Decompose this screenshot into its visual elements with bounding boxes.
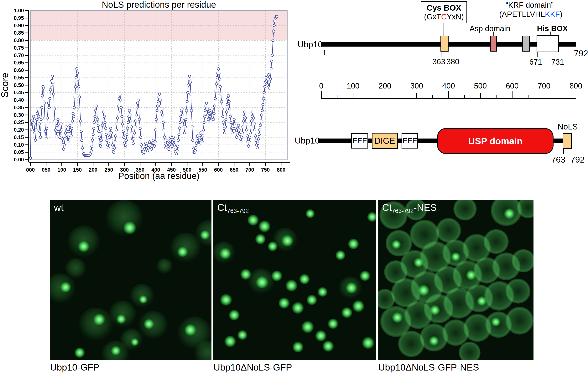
- ruler-label-300: 300: [410, 81, 423, 90]
- gfp-focus: [144, 319, 154, 329]
- gfp-focus: [111, 346, 121, 355]
- svg-text:0.30: 0.30: [14, 112, 24, 118]
- gfp-focus: [259, 221, 270, 232]
- gfp-focus: [418, 285, 429, 296]
- yeast-cell-diffuse: [459, 342, 481, 360]
- gfp-focus: [177, 247, 188, 257]
- eee-segment-box-1: EEE: [351, 133, 368, 149]
- svg-text:0.75: 0.75: [14, 45, 24, 51]
- svg-text:0.35: 0.35: [14, 105, 24, 111]
- y-axis-title: Score: [0, 72, 10, 98]
- ruler-label-200: 200: [378, 81, 391, 90]
- ruler-tick: [512, 91, 513, 98]
- gfp-focus: [139, 295, 147, 303]
- gfp-focus: [367, 212, 376, 222]
- ruler-tick: [576, 91, 576, 98]
- gfp-focus: [185, 324, 196, 336]
- asp-domain-box: [490, 36, 497, 51]
- gfp-focus: [336, 250, 345, 260]
- svg-text:0.55: 0.55: [14, 75, 24, 81]
- gfp-focus: [315, 330, 326, 342]
- cys-leader-line: [443, 23, 444, 36]
- gfp-focus: [78, 241, 89, 252]
- his-box-domain: [536, 35, 559, 52]
- gfp-focus: [318, 287, 327, 297]
- gfp-focus: [307, 295, 317, 305]
- svg-text:150: 150: [73, 167, 82, 173]
- x-axis-title: Position (aa residue): [118, 171, 200, 181]
- gfp-focus: [504, 208, 514, 219]
- micrograph-genotype-label: wt: [54, 202, 63, 214]
- gfp-focus: [116, 314, 126, 324]
- gfp-focus: [60, 282, 71, 293]
- svg-text:650: 650: [230, 167, 238, 173]
- gfp-focus: [292, 302, 304, 314]
- asp-leader-line: [494, 31, 494, 36]
- micrograph-caption-delta-nols-nes: Ubp10ΔNoLS-GFP-NES: [378, 362, 479, 373]
- ruler-tick: [353, 93, 353, 98]
- cys-start-number: 363: [432, 57, 445, 66]
- ruler-tick: [496, 95, 496, 98]
- nols-domain-box: [563, 133, 572, 149]
- ruler-label-400: 400: [442, 81, 455, 90]
- catalytic-cysteine-letter: C: [441, 12, 447, 21]
- svg-text:0.40: 0.40: [14, 97, 24, 103]
- chart-title: NoLS predictions per residue: [102, 0, 216, 10]
- svg-text:800: 800: [277, 167, 285, 173]
- krf-domain-box: [522, 36, 530, 51]
- svg-text:0.15: 0.15: [14, 134, 24, 140]
- svg-text:0.00: 0.00: [14, 157, 24, 162]
- svg-text:0.80: 0.80: [14, 38, 24, 43]
- gfp-focus: [360, 271, 370, 281]
- gfp-focus: [451, 252, 460, 261]
- micrograph-panel-wt: wt: [50, 200, 211, 360]
- svg-text:100: 100: [57, 167, 66, 173]
- gfp-focus: [430, 305, 440, 315]
- ruler-baseline: [321, 98, 576, 99]
- svg-text:0.90: 0.90: [14, 23, 24, 29]
- ruler-tick: [528, 95, 528, 98]
- his-leader-line: [550, 31, 551, 35]
- gfp-focus: [255, 234, 266, 244]
- nols-end-number: 792: [570, 155, 585, 164]
- gfp-focus: [392, 312, 403, 323]
- gfp-focus: [302, 321, 314, 333]
- ruler-tick: [416, 93, 417, 98]
- cys-box-title: Cys BOX: [423, 3, 464, 12]
- krf-domain-sequence: (APETLLVHLKKF): [499, 10, 562, 19]
- gfp-focus: [229, 310, 240, 321]
- ruler-tick: [560, 95, 560, 98]
- gfp-focus: [220, 248, 231, 259]
- ruler-label-100: 100: [347, 81, 360, 90]
- gfp-focus: [328, 319, 338, 329]
- yeast-cell-body: [105, 200, 143, 237]
- dige-segment-box: DIGE: [372, 133, 398, 149]
- svg-text:0.95: 0.95: [14, 15, 24, 21]
- his-end-stem: [558, 52, 558, 57]
- ruler-label-700: 700: [537, 81, 550, 90]
- nols-label: NoLS: [557, 122, 578, 131]
- gfp-focus: [271, 271, 282, 281]
- svg-text:000: 000: [26, 167, 35, 173]
- gfp-focus: [352, 300, 364, 312]
- svg-text:0.20: 0.20: [14, 127, 24, 133]
- cys-domain-box: [441, 36, 449, 51]
- gfp-focus: [268, 242, 278, 251]
- gfp-focus: [200, 230, 210, 240]
- gfp-focus: [346, 283, 357, 293]
- gfp-focus: [491, 317, 500, 326]
- cys-end-stem: [448, 51, 448, 57]
- nols-start-stem: [563, 149, 564, 154]
- yeast-cell-diffuse: [484, 229, 508, 254]
- yeast-cell-diffuse: [436, 218, 461, 243]
- micrograph-caption-delta-nols: Ubp10ΔNoLS-GFP: [213, 362, 292, 373]
- ruler-tick: [337, 95, 337, 98]
- svg-text:250: 250: [104, 167, 113, 173]
- svg-text:0.05: 0.05: [14, 149, 24, 155]
- gfp-focus: [299, 274, 310, 284]
- micrograph-genotype-label: Ct763-792: [217, 202, 249, 214]
- cys-box-motif: (GxTCYxN): [423, 12, 464, 21]
- figure-canvas: 0.000.050.100.150.200.250.300.350.400.45…: [0, 0, 588, 374]
- gfp-focus: [256, 276, 268, 288]
- svg-text:600: 600: [214, 167, 223, 173]
